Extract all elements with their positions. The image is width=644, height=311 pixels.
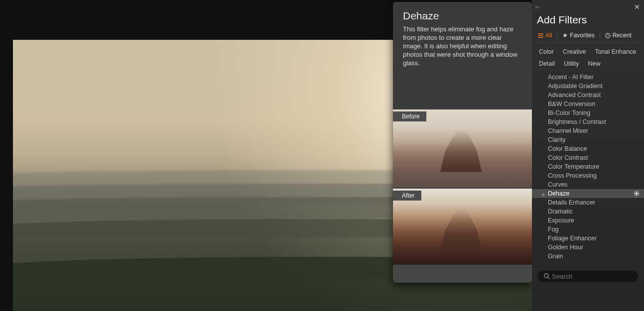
preview-after-label: After	[393, 191, 421, 201]
add-filter-icon[interactable]	[633, 190, 640, 197]
filter-item-label: B&W Conversion	[548, 101, 595, 107]
filter-item-fog[interactable]: ★Fog	[532, 225, 644, 234]
filter-item-cross-processing[interactable]: ★Cross Processing	[532, 171, 644, 180]
filter-item-b-w-conversion[interactable]: ★B&W Conversion	[532, 100, 644, 108]
filter-item-label: Brightness / Contrast	[548, 118, 606, 125]
close-panel-icon[interactable]: ✕	[634, 3, 640, 11]
filter-item-channel-mixer[interactable]: ★Channel Mixer	[532, 126, 644, 135]
add-filters-panel: ›› ✕ Add Filters All Favorites Recent Co…	[532, 0, 644, 311]
filter-info-description: This filter helps eliminate fog and haze…	[403, 25, 522, 67]
filter-item-grain[interactable]: ★Grain	[532, 252, 644, 261]
tab-divider	[600, 32, 600, 38]
tab-recent-label: Recent	[613, 32, 632, 39]
filter-item-label: Curves	[548, 181, 568, 188]
tab-recent[interactable]: Recent	[605, 32, 632, 39]
clock-icon	[605, 33, 611, 38]
filter-item-label: Fog	[548, 226, 559, 233]
filter-item-label: Foliage Enhancer	[548, 235, 597, 242]
filter-item-color-balance[interactable]: ★Color Balance	[532, 144, 644, 153]
filter-item-accent-ai-filter[interactable]: ★Accent - AI Filter	[532, 73, 644, 82]
panel-top-row: ›› ✕	[532, 0, 644, 14]
filter-item-label: Golden Hour	[548, 244, 583, 251]
filter-item-label: Color Contrast	[548, 154, 588, 161]
filter-item-label: Channel Mixer	[548, 127, 588, 134]
list-icon	[538, 33, 543, 38]
preview-before: Before	[393, 109, 532, 188]
filter-item-label: Clarity	[548, 136, 565, 143]
filter-item-label: Grain	[548, 253, 563, 260]
tab-favorites-label: Favorites	[570, 32, 594, 39]
panel-title: Add Filters	[537, 14, 644, 26]
filter-item-color-temperature[interactable]: ★Color Temperature	[532, 162, 644, 171]
filter-item-dehaze[interactable]: ★Dehaze	[532, 189, 644, 198]
info-popover-footer	[393, 265, 532, 283]
tab-favorites[interactable]: Favorites	[562, 32, 594, 39]
tab-all-label: All	[545, 32, 552, 39]
preview-after: After	[393, 189, 532, 267]
filter-item-golden-hour[interactable]: ★Golden Hour	[532, 243, 644, 252]
filter-info-title: Dehaze	[403, 10, 522, 22]
preview-before-label: Before	[393, 111, 426, 121]
filter-item-details-enhancer[interactable]: ★Details Enhancer	[532, 198, 644, 207]
filter-item-foliage-enhancer[interactable]: ★Foliage Enhancer	[532, 234, 644, 243]
search-icon	[544, 273, 550, 281]
category-creative[interactable]: Creative	[563, 48, 586, 55]
category-row-1: Color Creative Tonal Enhance	[532, 43, 644, 55]
filter-info-popover: Dehaze This filter helps eliminate fog a…	[393, 2, 532, 283]
filter-item-label: Details Enhancer	[548, 199, 595, 206]
filter-item-dramatic[interactable]: ★Dramatic	[532, 207, 644, 216]
filter-list[interactable]: ★Accent - AI Filter★Adjustable Gradient★…	[532, 73, 644, 276]
tab-all[interactable]: All	[538, 32, 552, 39]
category-row-2: Detail Utility New	[532, 55, 644, 73]
filter-item-color-contrast[interactable]: ★Color Contrast	[532, 153, 644, 162]
search-input[interactable]	[538, 271, 638, 282]
filter-item-label: Accent - AI Filter	[548, 74, 594, 81]
filter-item-bi-color-toning[interactable]: ★Bi-Color Toning	[532, 108, 644, 117]
filter-item-label: Dehaze	[548, 190, 569, 197]
filter-item-label: Color Temperature	[548, 163, 599, 170]
filter-item-label: Dramatic	[548, 208, 573, 215]
filter-item-clarity[interactable]: ★Clarity	[532, 135, 644, 144]
filter-item-brightness-contrast[interactable]: ★Brightness / Contrast	[532, 117, 644, 126]
search-wrap	[538, 271, 638, 282]
category-utility[interactable]: Utility	[564, 60, 579, 67]
category-tonal-enhance[interactable]: Tonal Enhance	[595, 48, 636, 55]
category-detail[interactable]: Detail	[539, 60, 555, 67]
filter-item-label: Advanced Contrast	[548, 92, 601, 99]
tab-divider	[557, 32, 557, 38]
filter-item-label: Cross Processing	[548, 172, 597, 179]
filter-item-advanced-contrast[interactable]: ★Advanced Contrast	[532, 91, 644, 100]
category-color[interactable]: Color	[539, 48, 554, 55]
filter-item-curves[interactable]: ★Curves	[532, 180, 644, 189]
filter-scope-tabs: All Favorites Recent	[532, 26, 644, 43]
category-new[interactable]: New	[588, 60, 601, 67]
filter-item-label: Color Balance	[548, 145, 587, 152]
filter-item-label: Exposure	[548, 217, 574, 224]
filter-item-label: Adjustable Gradient	[548, 83, 603, 90]
filter-item-adjustable-gradient[interactable]: ★Adjustable Gradient	[532, 82, 644, 91]
filter-item-label: Bi-Color Toning	[548, 109, 590, 116]
star-icon	[562, 33, 568, 38]
filter-item-exposure[interactable]: ★Exposure	[532, 216, 644, 225]
svg-line-23	[548, 277, 549, 279]
collapse-panel-icon[interactable]: ››	[535, 3, 539, 10]
